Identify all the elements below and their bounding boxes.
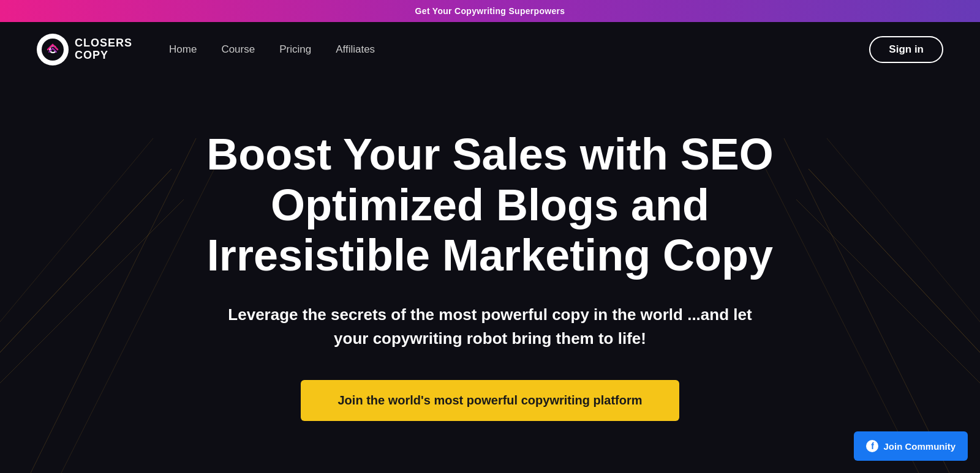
- facebook-icon: f: [866, 440, 878, 452]
- join-community-button[interactable]: f Join Community: [854, 431, 968, 461]
- svg-line-3: [0, 169, 172, 352]
- logo-closers: CLOSERS: [75, 37, 132, 50]
- banner-text: Get Your Copywriting Superpowers: [415, 6, 565, 16]
- sign-in-button[interactable]: Sign in: [869, 36, 943, 63]
- cta-button[interactable]: Join the world's most powerful copywriti…: [301, 380, 679, 421]
- nav-links: Home Course Pricing Affiliates: [169, 43, 375, 56]
- hero-content: Boost Your Sales with SEO Optimized Blog…: [153, 129, 827, 421]
- logo[interactable]: C CLOSERS COPY: [37, 34, 132, 65]
- nav-pricing[interactable]: Pricing: [279, 43, 311, 56]
- hero-title: Boost Your Sales with SEO Optimized Blog…: [153, 129, 827, 281]
- logo-copy: COPY: [75, 50, 132, 62]
- navbar-right: Sign in: [869, 36, 943, 63]
- join-community-label: Join Community: [883, 441, 956, 452]
- svg-line-5: [0, 138, 153, 322]
- nav-affiliates[interactable]: Affiliates: [336, 43, 375, 56]
- logo-icon: C: [37, 34, 69, 65]
- hero-subtitle: Leverage the secrets of the most powerfu…: [214, 303, 766, 351]
- nav-home[interactable]: Home: [169, 43, 197, 56]
- navbar: C CLOSERS COPY Home Course Pricing Affil…: [0, 22, 980, 77]
- nav-course[interactable]: Course: [221, 43, 255, 56]
- svg-line-8: [809, 169, 980, 352]
- top-banner: Get Your Copywriting Superpowers: [0, 0, 980, 22]
- svg-line-10: [827, 138, 980, 322]
- hero-section: Boost Your Sales with SEO Optimized Blog…: [0, 77, 980, 473]
- logo-text: CLOSERS COPY: [75, 37, 132, 62]
